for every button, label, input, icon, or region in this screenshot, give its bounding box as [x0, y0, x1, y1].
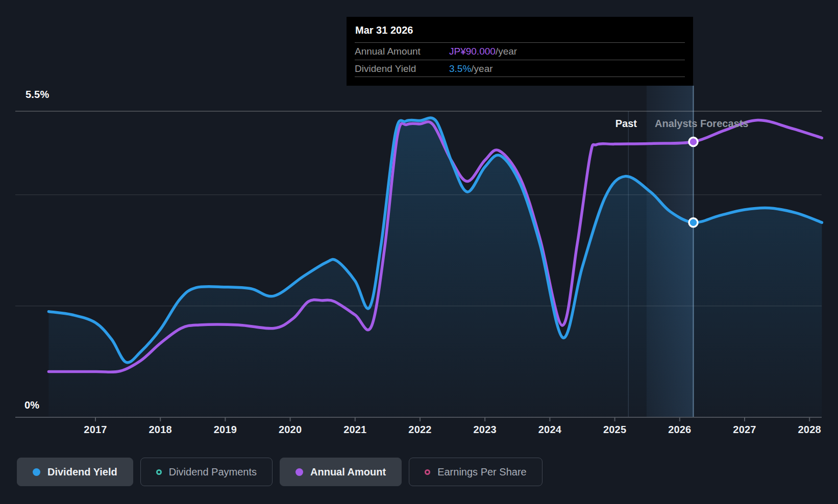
- tooltip-unit: /year: [471, 63, 492, 74]
- past-label: Past: [615, 118, 637, 130]
- tooltip-value: JP¥90.000: [449, 46, 496, 57]
- legend-button-annual-amount[interactable]: Annual Amount: [280, 458, 402, 486]
- chart-legend: Dividend Yield Dividend Payments Annual …: [17, 458, 543, 486]
- tooltip-unit: /year: [496, 46, 517, 57]
- hover-tooltip: Mar 31 2026 Annual AmountJP¥90.000/year …: [347, 17, 693, 86]
- y-axis-max-label: 5.5%: [26, 89, 49, 100]
- legend-button-dividend-yield[interactable]: Dividend Yield: [17, 458, 133, 486]
- annual-amount-marker[interactable]: [689, 138, 698, 146]
- analysts-forecasts-label: Analysts Forecasts: [655, 118, 748, 130]
- legend-label: Earnings Per Share: [437, 466, 527, 478]
- dividend-payments-ring-icon: [156, 469, 162, 475]
- dividend-yield-area: [48, 118, 822, 417]
- legend-label: Annual Amount: [310, 466, 386, 478]
- earnings-per-share-ring-icon: [425, 469, 430, 475]
- legend-button-earnings-per-share[interactable]: Earnings Per Share: [409, 458, 543, 486]
- legend-button-dividend-payments[interactable]: Dividend Payments: [140, 458, 273, 486]
- tooltip-date: Mar 31 2026: [347, 17, 693, 42]
- annual-amount-dot-icon: [295, 468, 303, 476]
- dividend-chart-panel: 2017201820192020202120222023202420252026…: [0, 0, 838, 504]
- tooltip-row-annual-amount: Annual AmountJP¥90.000/year: [355, 42, 685, 60]
- dividend-yield-dot-icon: [33, 468, 40, 476]
- hover-highlight-band: [647, 86, 694, 417]
- legend-label: Dividend Yield: [47, 466, 117, 478]
- tooltip-label: Annual Amount: [355, 43, 449, 60]
- tooltip-value: 3.5%: [449, 63, 471, 74]
- legend-label: Dividend Payments: [169, 466, 257, 478]
- tooltip-label: Dividend Yield: [355, 60, 449, 77]
- tooltip-row-dividend-yield: Dividend Yield3.5%/year: [355, 60, 685, 77]
- dividend-yield-marker[interactable]: [689, 218, 698, 227]
- y-axis-min-label: 0%: [24, 399, 39, 411]
